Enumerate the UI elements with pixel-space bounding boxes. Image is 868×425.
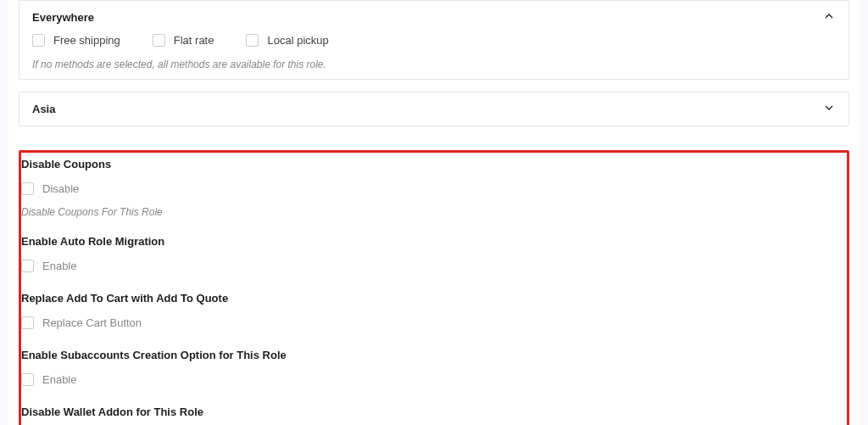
region-everywhere-header[interactable]: Everywhere (19, 1, 849, 34)
region-everywhere: Everywhere Free shipping Flat rate (19, 0, 849, 80)
disable-wallet-title: Disable Wallet Addon for This Role (21, 405, 840, 418)
methods-help-text: If no methods are selected, all methods … (32, 59, 836, 70)
setting-disable-wallet: Disable Wallet Addon for This Role Disab… (21, 405, 840, 425)
disable-coupons-desc: Disable Coupons For This Role (21, 206, 840, 218)
disable-coupons-option: Disable (42, 182, 79, 195)
replace-cart-option: Replace Cart Button (42, 316, 142, 329)
region-asia-title: Asia (32, 103, 55, 115)
checkbox-icon (153, 34, 165, 47)
setting-subaccounts: Enable Subaccounts Creation Option for T… (21, 349, 840, 389)
region-everywhere-title: Everywhere (32, 11, 94, 24)
settings-highlight-box: Disable Coupons Disable Disable Coupons … (19, 150, 849, 425)
auto-role-migration-title: Enable Auto Role Migration (21, 235, 840, 248)
checkbox-icon (32, 34, 45, 47)
checkbox-icon (21, 316, 34, 329)
checkbox-icon (21, 182, 34, 195)
checkbox-replace-cart[interactable]: Replace Cart Button (21, 316, 142, 329)
checkbox-icon (21, 373, 34, 386)
checkbox-icon (21, 260, 34, 272)
setting-disable-coupons: Disable Coupons Disable Disable Coupons … (21, 158, 840, 218)
setting-replace-cart: Replace Add To Cart with Add To Quote Re… (21, 292, 840, 332)
checkbox-auto-role-migration[interactable]: Enable (21, 260, 76, 272)
region-asia-header[interactable]: Asia (19, 92, 849, 126)
checkbox-free-shipping[interactable]: Free shipping (32, 34, 120, 47)
checkbox-disable-coupons[interactable]: Disable (21, 182, 79, 195)
replace-cart-title: Replace Add To Cart with Add To Quote (21, 292, 840, 305)
subaccounts-option: Enable (42, 373, 76, 386)
subaccounts-title: Enable Subaccounts Creation Option for T… (21, 349, 840, 361)
checkbox-local-pickup[interactable]: Local pickup (246, 34, 328, 47)
chevron-up-icon (822, 9, 836, 25)
disable-coupons-title: Disable Coupons (21, 158, 840, 171)
region-asia: Asia (19, 92, 849, 126)
auto-role-migration-option: Enable (42, 260, 76, 272)
chevron-down-icon (822, 101, 836, 117)
checkbox-icon (246, 34, 259, 47)
checkbox-subaccounts[interactable]: Enable (21, 373, 76, 386)
checkbox-flat-rate[interactable]: Flat rate (153, 34, 214, 47)
setting-auto-role-migration: Enable Auto Role Migration Enable (21, 235, 840, 275)
free-shipping-label: Free shipping (53, 34, 120, 47)
flat-rate-label: Flat rate (174, 34, 214, 47)
local-pickup-label: Local pickup (267, 34, 328, 47)
